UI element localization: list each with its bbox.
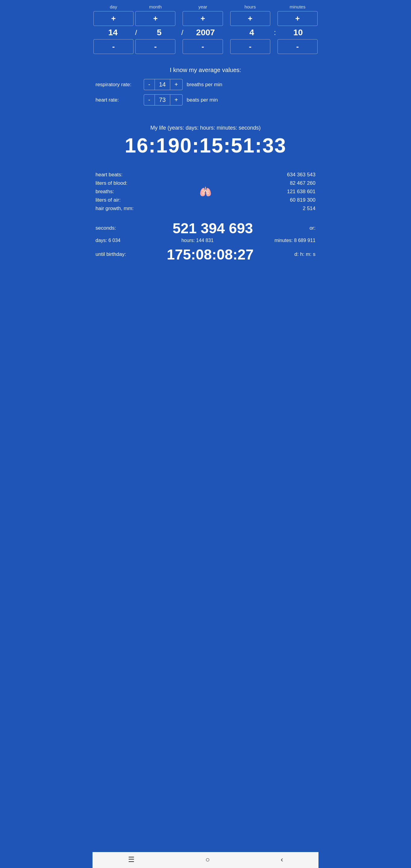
respiratory-control: - 14 + — [144, 79, 183, 90]
sep-slash2: / — [180, 27, 185, 38]
heart-rate-row: heart rate: - 73 + beats per min — [96, 94, 315, 105]
birthday-counter: 175:08:08:27 — [128, 246, 292, 263]
air-value: 60 819 300 — [290, 197, 315, 203]
life-section: My life (years: days: hours: minutes: se… — [93, 116, 318, 160]
hair-label: hair growth, mm: — [96, 206, 134, 212]
birthday-section: until birthday: 175:08:08:27 d: h: m: s — [93, 244, 318, 266]
respiratory-unit: breaths per min — [187, 82, 222, 88]
plus-row: + + + + + — [93, 10, 318, 27]
year-label: year — [182, 3, 224, 10]
breaths-row: breaths: 🫁 121 638 601 — [96, 189, 315, 195]
average-title: I know my average values: — [96, 67, 315, 73]
seconds-value: 521 394 693 — [118, 220, 308, 237]
heart-rate-control: - 73 + — [144, 94, 183, 105]
days-breakdown: days: 6 034 — [96, 238, 121, 243]
respiratory-label: respiratory rate: — [96, 82, 144, 88]
stats-section: heart beats: 634 363 543 liters of blood… — [93, 160, 318, 217]
minutes-value: 10 — [278, 27, 318, 38]
year-plus-button[interactable]: + — [183, 11, 223, 26]
respiratory-plus-button[interactable]: + — [170, 79, 182, 90]
breaths-value: 121 638 601 — [287, 189, 315, 195]
nav-bar: ☰ ○ ‹ — [93, 852, 318, 868]
heart-value: 73 — [155, 95, 170, 105]
heart-minus-button[interactable]: - — [144, 95, 155, 105]
day-plus-button[interactable]: + — [93, 11, 133, 26]
blood-row: liters of blood: 82 467 260 — [96, 180, 315, 186]
heart-rate-label: heart rate: — [96, 97, 144, 103]
heart-beats-value: 634 363 543 — [287, 172, 315, 178]
day-minus-button[interactable]: - — [93, 39, 133, 54]
dt-labels-row: day month year hours minutes — [93, 3, 318, 10]
minutes-minus-button[interactable]: - — [278, 39, 318, 54]
month-plus-button[interactable]: + — [135, 11, 176, 26]
month-label: month — [134, 3, 176, 10]
lungs-icon: 🫁 — [199, 186, 212, 197]
minutes-label: minutes — [277, 3, 318, 10]
hours-minus-button[interactable]: - — [230, 39, 270, 54]
day-label: day — [93, 3, 134, 10]
menu-icon[interactable]: ☰ — [128, 855, 135, 864]
respiratory-value: 14 — [155, 79, 170, 90]
hours-value: 4 — [231, 27, 273, 38]
hours-plus-button[interactable]: + — [230, 11, 270, 26]
sep-slash1: / — [133, 27, 139, 38]
minutes-breakdown: minutes: 8 689 911 — [275, 238, 315, 243]
day-value: 14 — [93, 27, 133, 38]
seconds-or: or: — [310, 225, 315, 231]
birthday-label: until birthday: — [96, 251, 126, 257]
seconds-section: seconds: 521 394 693 or: days: 6 034 hou… — [93, 217, 318, 244]
breaths-label: breaths: — [96, 189, 114, 195]
blood-label: liters of blood: — [96, 180, 127, 186]
year-minus-button[interactable]: - — [183, 39, 223, 54]
seconds-label: seconds: — [96, 225, 116, 231]
month-value: 5 — [139, 27, 180, 38]
heart-plus-button[interactable]: + — [170, 95, 182, 105]
values-row: 14 / 5 / 2007 4 : 10 — [93, 27, 318, 38]
home-icon[interactable]: ○ — [205, 855, 210, 864]
year-value: 2007 — [185, 27, 226, 38]
air-row: liters of air: 60 819 300 — [96, 197, 315, 203]
breakdown-row: days: 6 034 hours: 144 831 minutes: 8 68… — [96, 237, 315, 244]
minutes-plus-button[interactable]: + — [278, 11, 318, 26]
life-label: My life (years: days: hours: minutes: se… — [96, 125, 315, 131]
life-counter: 16:190:15:51:33 — [96, 134, 315, 157]
heart-beats-row: heart beats: 634 363 543 — [96, 172, 315, 178]
blood-value: 82 467 260 — [290, 180, 315, 186]
birthday-unit: d: h: m: s — [294, 251, 315, 257]
heart-unit: beats per min — [187, 97, 218, 103]
birthday-row: until birthday: 175:08:08:27 d: h: m: s — [96, 246, 315, 263]
hair-value: 2 514 — [303, 206, 315, 212]
seconds-row: seconds: 521 394 693 or: — [96, 220, 315, 237]
minus-row: - - - - - — [93, 38, 318, 55]
air-label: liters of air: — [96, 197, 121, 203]
respiratory-row: respiratory rate: - 14 + breaths per min — [96, 79, 315, 90]
datetime-section: day month year hours minutes + + + + + 1… — [93, 0, 318, 55]
back-icon[interactable]: ‹ — [281, 855, 283, 864]
month-minus-button[interactable]: - — [135, 39, 176, 54]
respiratory-minus-button[interactable]: - — [144, 79, 155, 90]
hours-label: hours — [229, 3, 271, 10]
sep-colon: : — [272, 27, 278, 38]
heart-beats-label: heart beats: — [96, 172, 123, 178]
hair-row: hair growth, mm: 2 514 — [96, 206, 315, 212]
average-section: I know my average values: respiratory ra… — [93, 55, 318, 116]
hours-breakdown: hours: 144 831 — [181, 238, 214, 243]
